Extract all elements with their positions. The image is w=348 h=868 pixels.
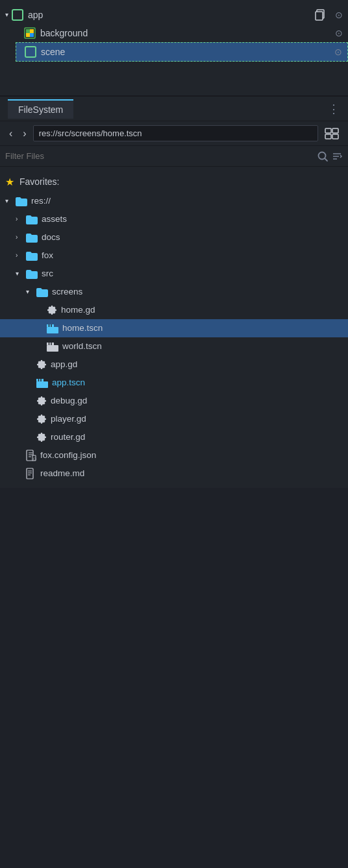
file-home-tscn[interactable]: home.tscn [0,319,348,337]
scene-label-background: background [40,28,332,38]
gear-icon-app-gd [36,359,47,370]
svg-marker-18 [47,324,54,327]
eye-icon-background[interactable]: ⊙ [335,28,343,38]
svg-rect-11 [332,134,338,139]
nav-back-button[interactable]: ‹ [5,127,16,141]
folder-icon-screens [36,286,48,298]
gear-icon-router-gd [36,431,47,442]
svg-rect-9 [332,128,338,133]
eye-icon-app[interactable]: ⊙ [335,10,343,20]
toggle-res[interactable]: ▾ [5,197,13,204]
svg-rect-21 [47,345,58,352]
scene-toggle-app[interactable]: ▾ [5,11,8,18]
scene-label-app: app [28,10,314,20]
file-readme-md[interactable]: readme.md [0,464,348,483]
toggle-fox[interactable]: › [16,252,23,259]
filesystem-nav-bar: ‹ › [0,121,348,146]
file-app-gd[interactable]: app.gd [0,356,348,374]
svg-rect-7 [25,47,36,57]
json-icon-fox-config: {} [26,450,36,461]
clapper-icon-app-tscn [36,378,48,388]
svg-rect-25 [36,381,48,388]
clapper-icon-world-tscn [47,341,58,352]
svg-rect-35 [27,468,33,479]
scene-node-background[interactable]: background ⊙ [16,24,348,42]
label-readme-md: readme.md [40,468,84,478]
file-home-gd[interactable]: home.gd [0,301,348,319]
favorites-label: Favorites: [19,176,59,187]
label-res: res:// [31,196,51,206]
sort-icon[interactable] [331,150,343,162]
scene-icon-scene [24,45,37,58]
scene-label-scene: scene [41,47,332,57]
layout-button[interactable] [321,125,343,141]
search-icon[interactable] [317,150,329,162]
svg-rect-6 [30,33,34,37]
svg-rect-5 [26,29,30,33]
gear-icon-home-gd [47,304,57,315]
svg-line-13 [325,158,327,161]
file-debug-gd[interactable]: debug.gd [0,392,348,410]
file-router-gd[interactable]: router.gd [0,428,348,446]
nav-forward-button[interactable]: › [19,127,30,141]
star-icon: ★ [5,176,14,188]
copy-icon[interactable] [314,8,326,21]
md-icon-readme [26,468,36,479]
filesystem-header: FileSystem ⋮ [0,97,348,121]
gear-icon-player-gd [36,413,47,424]
gear-icon-debug-gd [36,395,47,406]
scene-icon-app [11,8,24,21]
svg-text:{}: {} [33,457,37,461]
folder-res[interactable]: ▾ res:// [0,192,348,210]
favorites-section: ★ Favorites: [0,172,348,192]
svg-marker-22 [47,343,54,345]
label-assets: assets [42,214,67,224]
scene-node-app[interactable]: ▾ app ⊙ [0,5,348,24]
label-src: src [42,269,53,278]
label-router-gd: router.gd [51,432,85,442]
label-player-gd: player.gd [51,414,86,424]
clapper-icon-home-tscn [47,323,58,333]
folder-fox[interactable]: › fox [0,247,348,265]
filesystem-filter-bar [0,146,348,167]
toggle-src[interactable]: ▾ [16,270,23,277]
label-fox: fox [42,250,53,260]
svg-rect-0 [12,10,23,20]
toggle-docs[interactable]: › [16,234,23,241]
label-world-tscn: world.tscn [62,341,102,351]
file-world-tscn[interactable]: world.tscn [0,337,348,356]
folder-icon-assets [26,213,38,225]
scene-node-scene[interactable]: scene ⊙ [16,42,348,62]
label-home-tscn: home.tscn [62,323,103,333]
folder-icon-fox [26,250,38,261]
label-app-gd: app.gd [51,359,77,369]
scene-tree-panel: ▾ app ⊙ background ⊙ [0,0,348,97]
folder-assets[interactable]: › assets [0,210,348,228]
filesystem-menu-button[interactable]: ⋮ [328,102,340,116]
folder-icon-docs [26,232,38,243]
svg-rect-17 [47,327,58,333]
folder-docs[interactable]: › docs [0,228,348,247]
svg-marker-26 [36,379,44,381]
file-player-gd[interactable]: player.gd [0,410,348,428]
svg-rect-10 [325,134,331,139]
toggle-screens[interactable]: ▾ [26,288,34,295]
label-fox-config-json: fox.config.json [40,450,96,460]
file-app-tscn[interactable]: app.tscn [0,374,348,392]
filesystem-tab[interactable]: FileSystem [8,99,73,119]
label-screens: screens [52,287,82,296]
label-home-gd: home.gd [61,305,95,315]
path-input[interactable] [33,125,318,141]
folder-icon-src [26,268,38,280]
folder-src[interactable]: ▾ src [0,265,348,283]
eye-icon-scene[interactable]: ⊙ [334,47,342,57]
file-tree: ★ Favorites: ▾ res:// › assets › docs [0,167,348,488]
toggle-assets[interactable]: › [16,215,23,223]
filter-input[interactable] [5,151,314,161]
svg-rect-8 [325,128,331,133]
label-app-tscn: app.tscn [52,378,85,387]
file-fox-config-json[interactable]: {} fox.config.json [0,446,348,464]
folder-screens[interactable]: ▾ screens [0,283,348,301]
filesystem-panel: FileSystem ⋮ ‹ › [0,97,348,488]
svg-rect-2 [316,12,323,20]
